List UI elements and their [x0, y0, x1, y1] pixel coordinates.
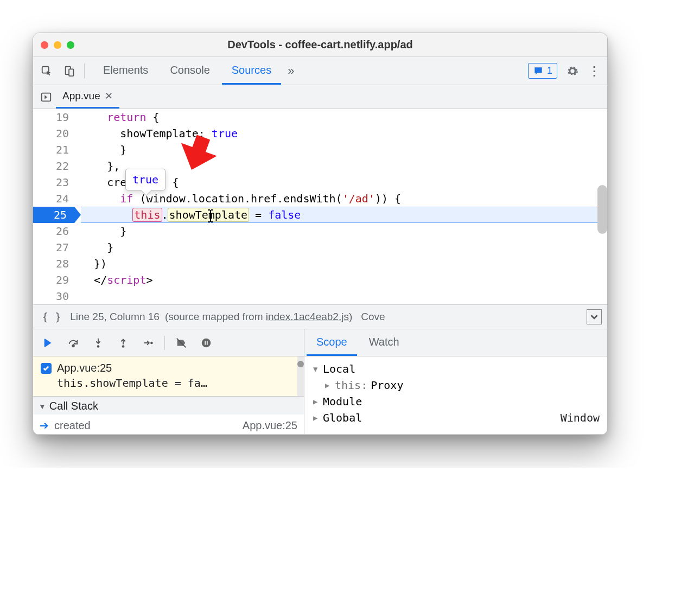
- maximize-window-icon[interactable]: [67, 41, 74, 49]
- close-tab-icon[interactable]: ✕: [105, 90, 113, 102]
- breakpoint-marker[interactable]: 25: [33, 207, 74, 223]
- svg-point-6: [97, 345, 100, 348]
- hover-value-tooltip: true: [125, 169, 166, 190]
- breakpoint-snippet: this.showTemplate = fa…: [41, 374, 269, 390]
- source-map-info: (source mapped from index.1ac4eab2.js): [165, 311, 352, 323]
- navigator-toggle-icon[interactable]: [36, 87, 56, 107]
- code-editor[interactable]: 192021 222324 25 262728 2930 return { sh…: [33, 109, 607, 304]
- code-content[interactable]: return { showTemplate: true } }, created…: [77, 109, 607, 304]
- breakpoints-scrollbar[interactable]: [297, 356, 304, 396]
- execution-line: this.showTemplate = false: [81, 207, 607, 223]
- chevron-down-icon: ▼: [313, 365, 323, 373]
- scope-local[interactable]: ▼ Local: [310, 361, 605, 377]
- kebab-menu-icon[interactable]: ⋮: [583, 63, 605, 79]
- current-frame-icon: ➔: [40, 419, 49, 432]
- window-controls: [41, 41, 74, 49]
- chevron-right-icon: ▶: [313, 397, 323, 406]
- scope-watch-tabs: Scope Watch: [304, 329, 607, 356]
- annotation-arrow-icon: [173, 132, 222, 180]
- callstack-header[interactable]: ▼ Call Stack: [33, 396, 304, 415]
- coverage-label-truncated: Cove: [361, 311, 385, 323]
- source-map-link[interactable]: index.1ac4eab2.js: [266, 311, 349, 322]
- panel-tabs: Elements Console Sources »: [88, 57, 524, 85]
- resume-icon[interactable]: [36, 332, 60, 354]
- deactivate-breakpoints-icon[interactable]: [169, 332, 193, 354]
- coverage-dropdown-icon[interactable]: [587, 309, 602, 324]
- editor-scrollbar[interactable]: [597, 185, 607, 234]
- window-title: DevTools - coffee-cart.netlify.app/ad: [33, 39, 607, 51]
- debugger-toolbar: [33, 329, 304, 356]
- svg-rect-2: [69, 69, 73, 76]
- scope-this[interactable]: ▶ this: Proxy: [310, 377, 605, 393]
- titlebar: DevTools - coffee-cart.netlify.app/ad: [33, 33, 607, 57]
- svg-rect-10: [205, 341, 206, 345]
- more-tabs-icon[interactable]: »: [283, 57, 298, 85]
- breakpoints-pane: App.vue:25 this.showTemplate = fa…: [33, 356, 297, 396]
- step-out-icon[interactable]: [111, 332, 135, 354]
- file-tab-app-vue[interactable]: App.vue ✕: [56, 85, 119, 109]
- svg-point-7: [122, 345, 125, 348]
- step-into-icon[interactable]: [86, 332, 110, 354]
- step-icon[interactable]: [136, 332, 160, 354]
- devtools-window: DevTools - coffee-cart.netlify.app/ad El…: [33, 33, 608, 435]
- debugger-left: App.vue:25 this.showTemplate = fa… ▼ Cal…: [33, 329, 304, 434]
- text-cursor-icon: [207, 209, 214, 227]
- scope-module[interactable]: ▶ Module: [310, 393, 605, 410]
- callstack-frame[interactable]: ➔ created App.vue:25: [33, 415, 304, 434]
- svg-point-8: [150, 341, 153, 344]
- breakpoint-checkbox[interactable]: [41, 363, 52, 374]
- chevron-right-icon: ▶: [313, 413, 323, 422]
- tab-watch[interactable]: Watch: [359, 329, 409, 356]
- tab-elements[interactable]: Elements: [93, 57, 158, 85]
- file-tab-bar: App.vue ✕: [33, 85, 607, 109]
- main-toolbar: Elements Console Sources » 1 ⋮: [33, 57, 607, 85]
- svg-point-9: [202, 338, 211, 347]
- breakpoint-location[interactable]: App.vue:25: [57, 362, 112, 374]
- issues-count: 1: [547, 65, 552, 76]
- device-toggle-icon[interactable]: [58, 60, 81, 82]
- editor-status-bar: { } Line 25, Column 16 (source mapped fr…: [33, 304, 607, 329]
- scope-tree: ▼ Local ▶ this: Proxy ▶ Module ▶ Global …: [304, 356, 607, 432]
- tab-sources[interactable]: Sources: [222, 57, 281, 85]
- svg-rect-11: [207, 341, 208, 345]
- pause-on-exceptions-icon[interactable]: [194, 332, 218, 354]
- cursor-position: Line 25, Column 16: [70, 311, 160, 323]
- svg-point-5: [72, 345, 74, 347]
- tab-console[interactable]: Console: [160, 57, 219, 85]
- debugger-right: Scope Watch ▼ Local ▶ this: Proxy ▶ Modu…: [304, 329, 607, 434]
- minimize-window-icon[interactable]: [54, 41, 61, 49]
- svg-rect-4: [44, 339, 46, 347]
- issues-badge[interactable]: 1: [528, 63, 557, 79]
- settings-icon[interactable]: [562, 65, 583, 77]
- scope-global[interactable]: ▶ Global Window: [310, 410, 605, 426]
- chevron-down-icon: ▼: [39, 402, 46, 411]
- file-tab-label: App.vue: [62, 90, 100, 102]
- inspect-element-icon[interactable]: [35, 60, 58, 82]
- step-over-icon[interactable]: [61, 332, 85, 354]
- pretty-print-icon[interactable]: { }: [39, 310, 65, 323]
- line-number-gutter[interactable]: 192021 222324 25 262728 2930: [33, 109, 77, 304]
- chevron-right-icon: ▶: [325, 381, 335, 390]
- close-window-icon[interactable]: [41, 41, 48, 49]
- tab-scope[interactable]: Scope: [307, 329, 357, 356]
- debugger-pane: App.vue:25 this.showTemplate = fa… ▼ Cal…: [33, 329, 607, 435]
- separator: [84, 63, 85, 79]
